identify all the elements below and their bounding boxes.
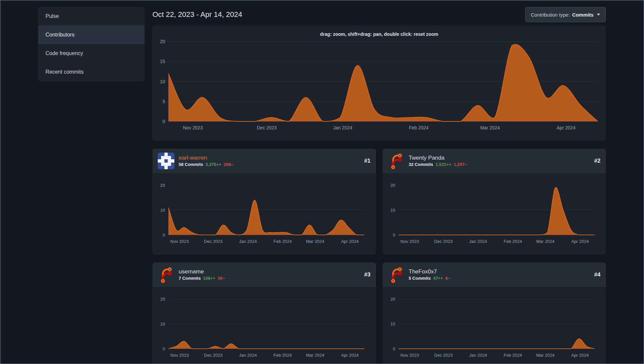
- contribution-type-label: Contribution type:: [531, 12, 570, 18]
- x-tick-label: Apr 2024: [571, 239, 589, 244]
- x-tick-label: Dec 2023: [204, 239, 223, 244]
- page-title: Oct 22, 2023 - Apr 14, 2024: [152, 10, 242, 19]
- area-series-line: [168, 341, 364, 349]
- x-tick-label: Jan 2024: [239, 353, 257, 358]
- contributor-chart[interactable]: 01020Nov 2023Dec 2023Jan 2024Feb 2024Mar…: [386, 292, 603, 362]
- forgejo-logo-icon: [388, 266, 405, 283]
- overall-contributions-panel: drag: zoom, shift+drag: pan, double clic…: [152, 26, 606, 141]
- contributor-chart[interactable]: 01020Nov 2023Dec 2023Jan 2024Feb 2024Mar…: [156, 292, 373, 362]
- chevron-down-icon: [597, 14, 600, 16]
- x-tick-label: Mar 2024: [306, 353, 324, 358]
- rank-badge: #4: [594, 271, 600, 278]
- x-tick-label: Jan 2024: [469, 353, 487, 358]
- y-tick-label: 0: [393, 346, 395, 351]
- contributor-name[interactable]: TheFox0x7: [409, 269, 451, 275]
- contributor-card-header: username 7 Commits 108++ 36-- #3: [152, 262, 376, 287]
- x-tick-label: Jan 2024: [333, 125, 352, 130]
- deletions-count: 286--: [224, 162, 233, 167]
- y-tick-label: 20: [390, 297, 395, 302]
- sidebar-item-contributors[interactable]: Contributors: [38, 26, 144, 44]
- x-tick-label: Nov 2023: [400, 353, 419, 358]
- contributor-card-header: TheFox0x7 5 Commits 47++ 6-- #4: [383, 262, 606, 287]
- x-tick-label: Apr 2024: [571, 353, 589, 358]
- area-series-fill: [399, 339, 595, 349]
- y-tick-label: 10: [160, 79, 165, 84]
- x-tick-label: Nov 2023: [170, 239, 189, 244]
- avatar[interactable]: [158, 266, 174, 283]
- y-tick-label: 5: [162, 99, 165, 104]
- sidebar-item-pulse[interactable]: Pulse: [38, 7, 144, 26]
- area-series-fill: [168, 44, 598, 121]
- contributor-stats: 58 Commits 3,375++ 286--: [179, 162, 234, 167]
- chart-canvas: 01020Nov 2023Dec 2023Jan 2024Feb 2024Mar…: [156, 179, 373, 248]
- contributor-name[interactable]: earl-warren: [179, 155, 234, 161]
- x-tick-label: Feb 2024: [504, 239, 522, 244]
- contributor-identity: earl-warren 58 Commits 3,375++ 286--: [179, 155, 234, 167]
- additions-count: 3,375++: [206, 162, 222, 167]
- x-tick-label: Dec 2023: [204, 353, 223, 358]
- x-tick-label: Apr 2024: [557, 125, 576, 130]
- rank-badge: #1: [364, 158, 371, 164]
- commit-count: 58 Commits: [179, 162, 203, 167]
- x-tick-label: Jan 2024: [239, 239, 257, 244]
- avatar[interactable]: [158, 153, 174, 169]
- avatar[interactable]: [388, 266, 405, 283]
- y-tick-label: 20: [160, 39, 165, 44]
- contributor-chart[interactable]: 01020Nov 2023Dec 2023Jan 2024Feb 2024Mar…: [386, 179, 603, 248]
- contributor-stats: 32 Commits 1,531++ 1,297--: [409, 162, 468, 167]
- deletions-count: 6--: [445, 276, 451, 281]
- x-tick-label: Feb 2024: [504, 353, 522, 358]
- avatar[interactable]: [388, 153, 405, 169]
- contributor-card-header: Twenty Panda 32 Commits 1,531++ 1,297-- …: [383, 149, 606, 173]
- contributor-card: username 7 Commits 108++ 36-- #3 01020No…: [152, 262, 376, 364]
- topbar: Oct 22, 2023 - Apr 14, 2024 Contribution…: [152, 7, 606, 22]
- activity-menu: Pulse Contributors Code frequency Recent…: [38, 7, 144, 81]
- sidebar-item-recent-commits[interactable]: Recent commits: [38, 63, 144, 81]
- x-tick-label: Mar 2024: [306, 239, 324, 244]
- chart-canvas: 01020Nov 2023Dec 2023Jan 2024Feb 2024Mar…: [156, 292, 373, 362]
- contributor-name[interactable]: Twenty Panda: [409, 155, 468, 161]
- chart-zoom-hint: drag: zoom, shift+drag: pan, double clic…: [152, 31, 606, 37]
- identicon-image: [158, 153, 174, 169]
- x-tick-label: Apr 2024: [341, 353, 359, 358]
- area-series-fill: [168, 200, 364, 235]
- x-tick-label: Dec 2023: [434, 353, 453, 358]
- contribution-type-dropdown[interactable]: Contribution type: Commits: [525, 7, 606, 22]
- forgejo-logo-icon: [158, 266, 174, 283]
- rank-badge: #3: [364, 271, 371, 278]
- y-tick-label: 10: [160, 322, 165, 327]
- main-content: Oct 22, 2023 - Apr 14, 2024 Contribution…: [152, 7, 606, 364]
- x-tick-label: Dec 2023: [434, 239, 453, 244]
- x-tick-label: Nov 2023: [170, 353, 189, 358]
- x-tick-label: Nov 2023: [183, 125, 203, 130]
- x-tick-label: Feb 2024: [274, 239, 292, 244]
- y-tick-label: 10: [390, 322, 395, 327]
- contributor-name[interactable]: username: [179, 269, 225, 275]
- sidebar-item-code-frequency[interactable]: Code frequency: [38, 44, 144, 63]
- y-tick-label: 10: [390, 208, 395, 213]
- forgejo-logo-icon: [388, 153, 405, 169]
- x-tick-label: Feb 2024: [409, 125, 428, 130]
- chart-canvas: 01020Nov 2023Dec 2023Jan 2024Feb 2024Mar…: [386, 292, 603, 362]
- x-tick-label: Jan 2024: [469, 239, 487, 244]
- area-series-fill: [168, 341, 364, 349]
- y-tick-label: 20: [390, 183, 395, 188]
- contributor-stats: 5 Commits 47++ 6--: [409, 276, 451, 281]
- contributor-card: earl-warren 58 Commits 3,375++ 286-- #1 …: [152, 149, 376, 255]
- contributor-identity: TheFox0x7 5 Commits 47++ 6--: [409, 269, 451, 281]
- y-tick-label: 20: [160, 297, 165, 302]
- commit-count: 7 Commits: [179, 276, 201, 281]
- y-tick-label: 15: [160, 59, 165, 64]
- contributor-card: Twenty Panda 32 Commits 1,531++ 1,297-- …: [383, 149, 606, 255]
- contributor-chart[interactable]: 01020Nov 2023Dec 2023Jan 2024Feb 2024Mar…: [156, 179, 373, 248]
- sidebar: Pulse Contributors Code frequency Recent…: [38, 7, 144, 364]
- contribution-type-value: Commits: [572, 12, 594, 18]
- y-tick-label: 0: [163, 233, 165, 238]
- y-tick-label: 0: [163, 346, 165, 351]
- contributor-stats: 7 Commits 108++ 36--: [179, 276, 225, 281]
- y-tick-label: 10: [160, 208, 165, 213]
- x-tick-label: Feb 2024: [274, 353, 292, 358]
- y-tick-label: 0: [393, 233, 395, 238]
- chart-canvas: 05101520Nov 2023Dec 2023Jan 2024Feb 2024…: [152, 38, 606, 135]
- overall-contributions-chart[interactable]: 05101520Nov 2023Dec 2023Jan 2024Feb 2024…: [152, 38, 606, 135]
